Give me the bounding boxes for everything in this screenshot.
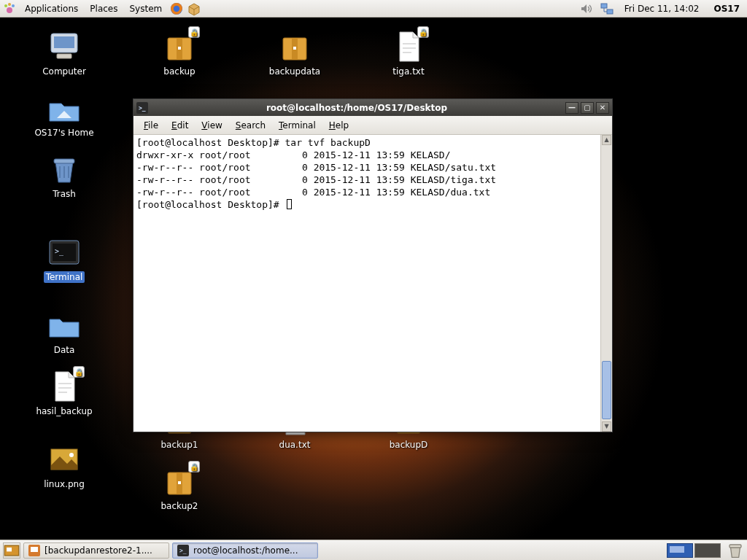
svg-rect-6 <box>601 4 607 8</box>
desktop-icon-computer[interactable]: Computer <box>29 29 99 77</box>
network-icon[interactable] <box>600 1 614 16</box>
image-file-icon <box>47 442 82 477</box>
window-maximize-button[interactable]: ▢ <box>581 102 594 114</box>
menu-edit[interactable]: Edit <box>166 118 194 133</box>
menu-applications[interactable]: Applications <box>20 2 82 15</box>
desktop[interactable]: Computer OS17's Home Trash >_ Terminal D… <box>0 18 747 540</box>
task-button-label: root@localhost:/home... <box>193 545 298 556</box>
volume-icon[interactable] <box>579 1 594 16</box>
desktop-icon-backup[interactable]: 🔒 backup <box>144 29 214 77</box>
svg-rect-37 <box>31 547 38 552</box>
desktop-icon-linuxpng[interactable]: linux.png <box>29 442 99 490</box>
scroll-thumb[interactable] <box>602 361 611 419</box>
desktop-icon-trash[interactable]: Trash <box>29 152 99 200</box>
terminal-menubar: File Edit View Search Terminal Help <box>133 116 612 135</box>
desktop-icon-label: hasil_backup <box>34 405 94 417</box>
desktop-icon-label: backup <box>161 66 197 77</box>
lock-emblem-icon: 🔒 <box>188 461 200 472</box>
menu-help[interactable]: Help <box>323 118 355 133</box>
menu-system[interactable]: System <box>125 2 166 15</box>
lock-emblem-icon: 🔒 <box>73 366 85 378</box>
menu-file[interactable]: File <box>138 118 164 133</box>
svg-rect-9 <box>54 36 74 48</box>
svg-text:>_: >_ <box>139 105 146 112</box>
terminal-icon: >_ <box>177 545 189 556</box>
svg-point-5 <box>174 5 179 11</box>
panel-trash-icon[interactable] <box>727 542 744 559</box>
task-button-impress[interactable]: [backupdanrestore2-1.... <box>23 542 169 559</box>
workspace-2[interactable] <box>694 543 721 558</box>
svg-rect-10 <box>57 54 71 58</box>
workspace-1[interactable] <box>667 543 693 558</box>
trash-icon <box>47 152 82 187</box>
svg-text:>_: >_ <box>55 247 64 256</box>
window-close-button[interactable]: ✕ <box>596 102 609 114</box>
package-icon[interactable] <box>187 1 201 16</box>
workspace-pager[interactable] <box>667 543 721 558</box>
desktop-icon-label: backup1 <box>158 439 200 451</box>
menu-places[interactable]: Places <box>85 2 122 15</box>
scroll-down-arrow[interactable]: ▼ <box>602 421 611 432</box>
desktop-icon-tiga[interactable]: 🔒 tiga.txt <box>374 29 444 77</box>
terminal-scrollbar[interactable]: ▲ ▼ <box>600 135 612 432</box>
lock-emblem-icon: 🔒 <box>417 26 429 38</box>
menu-view[interactable]: View <box>196 118 228 133</box>
desktop-icon-home[interactable]: OS17's Home <box>29 90 99 139</box>
desktop-icon-label: dua.txt <box>277 439 313 451</box>
desktop-icon-label: backupD <box>387 439 430 451</box>
bottom-panel: [backupdanrestore2-1.... >_ root@localho… <box>0 540 747 560</box>
scroll-up-arrow[interactable]: ▲ <box>602 135 611 145</box>
desktop-icon-backupdata[interactable]: backupdata <box>260 29 330 77</box>
desktop-icon-label: OS17's Home <box>32 127 96 139</box>
desktop-icon-label: linux.png <box>42 478 87 490</box>
menu-search[interactable]: Search <box>230 118 271 133</box>
lock-emblem-icon: 🔒 <box>188 26 200 38</box>
home-folder-icon <box>47 90 82 125</box>
firefox-icon[interactable] <box>169 1 184 16</box>
terminal-title: root@localhost:/home/OS17/Desktop <box>152 103 561 113</box>
menu-terminal[interactable]: Terminal <box>273 118 322 133</box>
text-file-icon: 🔒 <box>47 369 82 404</box>
desktop-icon-label: Computer <box>40 66 88 77</box>
terminal-app-icon: >_ <box>47 235 82 270</box>
desktop-icon-data[interactable]: Data <box>29 308 99 356</box>
clock[interactable]: Fri Dec 11, 14:02 <box>620 4 704 14</box>
gnome-foot-icon <box>3 2 16 15</box>
folder-icon <box>47 308 82 343</box>
svg-text:>_: >_ <box>179 548 187 554</box>
svg-rect-28 <box>293 47 296 50</box>
desktop-icon-label: Data <box>52 344 77 356</box>
top-panel: Applications Places System Fri Dec 11, 1… <box>0 0 747 18</box>
archive-icon <box>277 29 312 64</box>
desktop-icon-label: Trash <box>50 188 78 200</box>
desktop-icon-label: Terminal <box>44 271 85 283</box>
archive-icon: 🔒 <box>162 29 197 64</box>
svg-point-0 <box>4 4 7 7</box>
terminal-titlebar-icon: >_ <box>136 102 148 114</box>
desktop-icon-terminal[interactable]: >_ Terminal <box>29 235 99 283</box>
archive-icon: 🔒 <box>162 464 197 499</box>
show-desktop-button[interactable] <box>3 542 20 559</box>
svg-rect-25 <box>178 481 181 484</box>
terminal-titlebar[interactable]: >_ root@localhost:/home/OS17/Desktop — ▢… <box>133 99 612 116</box>
impress-icon <box>28 545 40 556</box>
svg-rect-19 <box>178 47 181 50</box>
task-button-terminal[interactable]: >_ root@localhost:/home... <box>172 542 318 559</box>
svg-point-16 <box>69 453 74 457</box>
window-minimize-button[interactable]: — <box>565 102 578 114</box>
terminal-output[interactable]: [root@localhost Desktop]# tar tvf backup… <box>133 135 600 432</box>
svg-point-3 <box>7 7 12 13</box>
desktop-icon-backup2[interactable]: 🔒 backup2 <box>144 464 214 512</box>
desktop-icon-label: tiga.txt <box>390 66 426 77</box>
terminal-window: >_ root@localhost:/home/OS17/Desktop — ▢… <box>133 98 613 432</box>
svg-point-1 <box>8 3 11 6</box>
desktop-icon-label: backup2 <box>158 500 200 512</box>
svg-rect-11 <box>54 159 74 163</box>
text-file-icon: 🔒 <box>391 29 426 64</box>
svg-rect-35 <box>7 547 12 551</box>
task-button-label: [backupdanrestore2-1.... <box>44 545 152 556</box>
desktop-icon-label: backupdata <box>267 66 322 77</box>
desktop-icon-hasil-backup[interactable]: 🔒 hasil_backup <box>29 369 99 417</box>
user-menu[interactable]: OS17 <box>709 4 744 14</box>
svg-rect-40 <box>729 545 741 548</box>
